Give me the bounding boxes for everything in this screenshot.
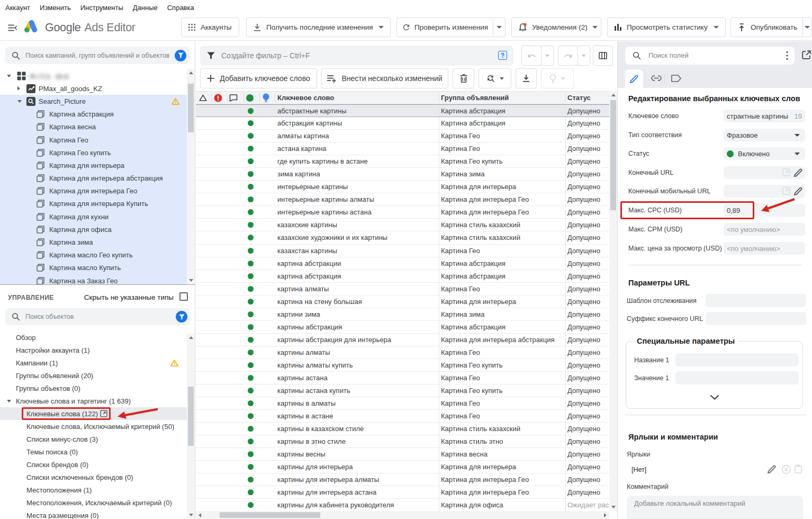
accounts-button[interactable]: Аккаунты [181,17,239,37]
tree-account-row[interactable]: Arts me [0,69,187,82]
menu-3[interactable]: Данные [128,4,163,12]
comment-input[interactable]: Добавьте локальный комментарий [627,496,803,519]
table-row[interactable]: картины абстракция для интерьераКартина … [196,334,609,346]
scroll-right-button[interactable] [601,511,609,519]
tree-adgroup-row[interactable]: Картина Гео купить [0,146,187,159]
menu-1[interactable]: Изменить [35,4,76,12]
get-recent-changes-button[interactable]: Получить последние изменения [246,17,391,37]
tree-adgroup-row[interactable]: Картина для кухни [0,210,187,223]
column-header-status[interactable]: Статус [567,94,591,102]
edit-url-icon[interactable] [794,187,802,195]
param-value-input[interactable] [675,371,799,384]
management-item[interactable]: Кампании (1) [0,356,187,369]
expand-more-icon[interactable] [710,395,719,400]
table-row[interactable]: картины астанаКартина ГеоДопущено [196,372,609,384]
management-item[interactable]: Темы поиска (0) [0,445,187,458]
field-input-3[interactable] [724,166,805,179]
export-button[interactable] [516,68,537,88]
table-row[interactable]: абстракция картиныКартина абстракцияДопу… [196,117,609,130]
table-scrollbar-vertical[interactable] [609,91,617,511]
management-item[interactable]: Обзор [0,331,187,344]
management-item[interactable]: Группы объявлений (20) [0,369,187,382]
table-row[interactable]: интерьерные картины астанаКартина для ин… [196,206,609,219]
table-row[interactable]: картины весныКартина веснаДопущено [196,448,609,461]
tree-adgroup-row[interactable]: Картина для интерьера Гео [0,185,187,198]
field-input-2[interactable]: Включено [724,147,805,160]
table-row[interactable]: картина абстракцияКартина абстракцияДопу… [196,270,609,283]
field-input-4[interactable] [724,185,805,198]
table-row[interactable]: картина абстракцииКартина абстракцияДопу… [196,257,609,270]
management-item[interactable]: Группы объектов (0) [0,382,187,395]
scroll-down-button[interactable] [187,511,195,519]
tab-link-icon[interactable] [651,75,662,81]
object-filter-icon[interactable] [176,311,187,323]
add-keyword-button[interactable]: Добавить ключевое слово [200,68,317,88]
table-row[interactable]: где купить картины в астанеКартина Гео к… [196,155,609,168]
final-url-suffix-input[interactable] [706,312,806,325]
check-changes-button[interactable]: Проверить изменения [396,17,493,37]
tree-adgroup-row[interactable]: Картина масло Гео купить [0,249,187,262]
check-changes-dropdown[interactable] [493,17,506,37]
table-row[interactable]: картины в алматыКартина ГеоДопущено [196,397,609,410]
table-scrollbar-h-thumb[interactable] [220,512,320,518]
filter-help-icon[interactable]: ? [498,51,507,60]
table-row[interactable]: казахские художники и их картиныКартина … [196,231,609,244]
table-row[interactable]: картины для интерьера астанаКартина для … [196,486,609,499]
replace-button[interactable] [479,68,511,88]
campaign-filter-icon[interactable] [175,50,186,61]
table-row[interactable]: интерьерные картины алматыКартина для ин… [196,193,609,206]
tree-scrollbar-thumb[interactable] [188,84,194,132]
table-row[interactable]: алматы картинаКартина ГеоДопущено [196,130,609,142]
pane-divider[interactable] [0,284,195,285]
field-input-5[interactable]: 0,89 [724,204,805,217]
filter-input[interactable]: Создайте фильтр – Ctrl+F ? [200,46,513,66]
tree-adgroup-row[interactable]: Картина для интерьера абстракция [0,172,187,185]
view-statistics-button[interactable]: Просмотреть статистику [607,17,726,37]
tree-adgroup-row[interactable]: Картина для интерьера [0,159,187,172]
table-row[interactable]: картины алматы купитьКартина Гео купитьД… [196,359,609,372]
columns-button[interactable] [593,46,613,66]
scroll-up-button[interactable] [609,91,617,99]
management-scrollbar-thumb[interactable] [188,387,194,446]
management-item[interactable]: Места размещения (0) [0,509,187,519]
field-input-6[interactable]: <по умолчанию> [724,223,805,236]
field-search-input[interactable]: Поиск полей [625,47,795,65]
management-scrollbar[interactable] [187,334,195,519]
scroll-up-button[interactable] [187,69,195,77]
table-row[interactable]: картины астана купитьКартина Гео купитьД… [196,384,609,397]
edit-url-icon[interactable] [794,168,802,177]
undo-dropdown[interactable] [541,46,554,66]
tracking-template-input[interactable] [706,294,806,307]
scroll-left-button[interactable] [196,511,204,519]
expand-right-icon[interactable] [17,86,20,91]
menu-4[interactable]: Справка [163,4,199,12]
publish-dropdown[interactable] [802,17,812,37]
management-item[interactable]: Ключевые слова, Исключаемый критерий (50… [0,420,187,433]
table-row[interactable]: казахские картиныКартина стиль казахский… [196,219,609,231]
management-item[interactable]: Списки минус-слов (3) [0,433,187,445]
table-row[interactable]: картины для кабинета руководителяКартина… [196,499,609,511]
table-row[interactable]: картины для интерьераКартина для интерье… [196,461,609,473]
tree-campaign-row[interactable]: Search_Picture [0,95,187,108]
table-row[interactable]: зима картинаКартина зимаДопущено [196,168,609,181]
redo-button[interactable] [558,46,578,66]
table-row[interactable]: казахстан картиныКартина ГеоДопущено [196,245,609,257]
tab-label-icon[interactable] [671,75,681,82]
more-options-icon[interactable] [786,51,788,60]
table-scrollbar-thumb[interactable] [610,100,616,210]
ideas-button[interactable] [541,68,574,88]
tree-adgroup-row[interactable]: Картина масло Купить [0,262,187,274]
table-row[interactable]: картины в астанеКартина ГеоДопущено [196,410,609,423]
table-row[interactable]: картины алматыКартина ГеоДопущено [196,346,609,359]
collapse-sidebar-icon[interactable] [8,24,17,31]
redo-dropdown[interactable] [578,46,590,66]
column-header-keyword[interactable]: Ключевое слово [277,94,334,102]
table-header[interactable]: Ключевое слово Группа объявлений Статус [196,91,609,104]
table-row[interactable]: астана картинаКартина ГеоДопущено [196,142,609,155]
tree-adgroup-row[interactable]: Картина на Заказ Гео [0,274,187,284]
hide-unspecified-checkbox[interactable] [179,292,188,301]
management-item[interactable]: Списки брендов (0) [0,458,187,471]
table-row[interactable]: картина алматыКартина ГеоДопущено [196,283,609,296]
tab-edit[interactable] [625,69,643,88]
menu-0[interactable]: Аккаунт [1,4,35,12]
